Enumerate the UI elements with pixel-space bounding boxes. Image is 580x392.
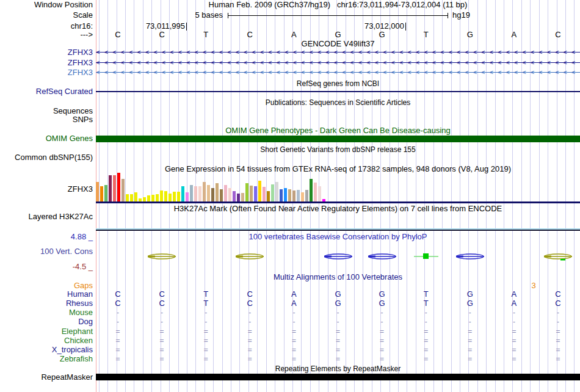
- gtex-tissue-bar[interactable]: [151, 195, 154, 201]
- gtex-tissue-bar[interactable]: [250, 186, 253, 201]
- gtex-tissue-bar[interactable]: [267, 191, 270, 201]
- phylop-cons-label[interactable]: 100 Vert. Cons: [0, 247, 93, 256]
- gtex-tissue-bar[interactable]: [263, 187, 266, 201]
- gtex-tissue-bar[interactable]: [241, 193, 244, 201]
- gtex-tissue-bar[interactable]: [160, 191, 163, 201]
- assembly-title: Human Feb. 2009 (GRCh37/hg19): [209, 0, 330, 9]
- gtex-tissue-bar[interactable]: [130, 194, 133, 201]
- phylop-lens-glyph[interactable]: [454, 252, 486, 261]
- gtex-tissue-bar[interactable]: [207, 185, 210, 201]
- gtex-tissue-bar[interactable]: [318, 186, 321, 201]
- alignment-cell: =: [468, 346, 472, 354]
- gtex-tissue-bar[interactable]: [147, 195, 150, 201]
- gtex-tissue-bar[interactable]: [258, 181, 261, 201]
- gtex-tissue-bar[interactable]: [181, 186, 184, 201]
- alignment-cell: -: [513, 308, 515, 317]
- gtex-tissue-bar[interactable]: [288, 189, 291, 201]
- phylop-lens-glyph[interactable]: [366, 252, 398, 261]
- phylop-lens-glyph[interactable]: [542, 252, 574, 261]
- species-label-dog[interactable]: Dog: [0, 318, 93, 326]
- publications-sequences-label[interactable]: Sequences: [0, 107, 93, 115]
- alignment-cell: -: [337, 308, 339, 317]
- gtex-tissue-bar[interactable]: [284, 188, 287, 201]
- repeatmasker-element-bar[interactable]: [96, 374, 580, 380]
- gtex-tissue-bar[interactable]: [143, 197, 146, 201]
- repeatmasker-label[interactable]: RepeatMasker: [0, 373, 93, 382]
- omim-gene-bar[interactable]: [96, 136, 580, 142]
- gtex-tissue-bar[interactable]: [254, 186, 257, 201]
- gtex-tissue-bar[interactable]: [271, 184, 274, 201]
- gene-label-zfhx3-3[interactable]: ZFHX3: [0, 68, 93, 77]
- alignment-cell: G: [467, 290, 473, 299]
- alignment-cell: G: [467, 299, 473, 308]
- gtex-tissue-bar[interactable]: [220, 189, 223, 201]
- gtex-tissue-bar[interactable]: [203, 182, 206, 201]
- gtex-tissue-bar[interactable]: [292, 191, 295, 201]
- gtex-tissue-bar[interactable]: [233, 191, 236, 201]
- species-label-human[interactable]: Human: [0, 290, 93, 299]
- alignment-cell: =: [468, 327, 472, 336]
- gtex-tissue-bar[interactable]: [109, 175, 112, 201]
- species-label-zebrafish[interactable]: Zebrafish: [0, 355, 93, 363]
- phylop-lens-glyph[interactable]: [322, 252, 354, 261]
- species-label-mouse[interactable]: Mouse: [0, 308, 93, 317]
- gtex-tissue-bar[interactable]: [100, 186, 103, 201]
- phylop-lens-glyph[interactable]: [234, 252, 266, 261]
- gtex-tissue-bar[interactable]: [228, 188, 231, 201]
- gtex-gene-label[interactable]: ZFHX3: [0, 185, 93, 194]
- layered-h3k27ac-label[interactable]: Layered H3K27Ac: [0, 212, 93, 221]
- common-dbsnp-label[interactable]: Common dbSNP(155): [0, 153, 93, 162]
- phylop-lens-glyph[interactable]: [146, 252, 178, 261]
- alignment-cell: =: [160, 346, 164, 354]
- h3k27ac-signal-line-bottom: [96, 230, 580, 231]
- base-letter: A: [291, 31, 297, 39]
- multiz-gaps-label[interactable]: Gaps: [0, 281, 93, 290]
- gtex-tissue-bar[interactable]: [177, 192, 180, 201]
- gtex-tissue-bar[interactable]: [169, 194, 172, 201]
- alignment-cell: =: [115, 346, 120, 354]
- gene-model-intron-arrows[interactable]: <<<<<<<<<<<<<<<<<<<<<<<<<<<<<<<<<<<<<<<<…: [96, 69, 580, 76]
- alignment-cell: =: [512, 327, 516, 336]
- gtex-tissue-bar[interactable]: [198, 186, 201, 201]
- omim-genes-label[interactable]: OMIM Genes: [0, 134, 93, 143]
- gtex-tissue-bar[interactable]: [164, 191, 167, 201]
- refseq-curated-label[interactable]: RefSeq Curated: [0, 87, 93, 96]
- gtex-tissue-bar[interactable]: [104, 185, 107, 201]
- omim-track-title: OMIM Gene Phenotypes - Dark Green Can Be…: [96, 126, 580, 135]
- gtex-tissue-bar[interactable]: [194, 186, 197, 201]
- gtex-tissue-bar[interactable]: [245, 183, 248, 201]
- gtex-tissue-bar[interactable]: [121, 179, 125, 201]
- gtex-tissue-bar[interactable]: [216, 183, 219, 201]
- gtex-tissue-bar[interactable]: [173, 192, 176, 201]
- gtex-tissue-bar[interactable]: [126, 194, 129, 201]
- gtex-tissue-bar[interactable]: [314, 183, 317, 201]
- gtex-tissue-bar[interactable]: [117, 173, 120, 201]
- gtex-tissue-bar[interactable]: [297, 190, 300, 201]
- gene-model-intron-arrows[interactable]: <<<<<<<<<<<<<<<<<<<<<<<<<<<<<<<<<<<<<<<<…: [96, 49, 580, 56]
- publications-snps-label[interactable]: SNPs: [0, 115, 93, 124]
- species-label-x_tropicalis[interactable]: X_tropicalis: [0, 346, 93, 354]
- phylop-positive-glyph[interactable]: [410, 252, 442, 261]
- gtex-tissue-bar[interactable]: [186, 192, 189, 201]
- gene-label-zfhx3-1[interactable]: ZFHX3: [0, 48, 93, 57]
- gtex-tissue-bar[interactable]: [237, 194, 240, 201]
- gtex-tissue-bar[interactable]: [190, 185, 193, 201]
- gtex-tissue-bar[interactable]: [156, 194, 159, 201]
- gtex-tissue-bar[interactable]: [113, 175, 116, 201]
- refseq-curated-gene-line[interactable]: [96, 91, 580, 92]
- gtex-tissue-bar[interactable]: [310, 179, 313, 201]
- gtex-tissue-bar[interactable]: [96, 182, 99, 201]
- gtex-tissue-bar[interactable]: [211, 188, 214, 201]
- gtex-tissue-bar[interactable]: [301, 192, 304, 201]
- gtex-tissue-bar[interactable]: [305, 190, 308, 201]
- species-label-rhesus[interactable]: Rhesus: [0, 299, 93, 308]
- gtex-tissue-bar[interactable]: [275, 182, 278, 201]
- gene-label-zfhx3-2[interactable]: ZFHX3: [0, 59, 93, 67]
- species-label-elephant[interactable]: Elephant: [0, 327, 93, 336]
- alignment-cell: =: [248, 336, 252, 345]
- species-label-chicken[interactable]: Chicken: [0, 336, 93, 345]
- gene-model-intron-arrows[interactable]: <<<<<<<<<<<<<<<<<<<<<<<<<<<<<<<<<<<<<<<<…: [96, 59, 580, 67]
- gtex-tissue-bar[interactable]: [280, 189, 283, 201]
- gtex-tissue-bar[interactable]: [224, 185, 227, 201]
- gtex-tissue-bar[interactable]: [134, 192, 137, 201]
